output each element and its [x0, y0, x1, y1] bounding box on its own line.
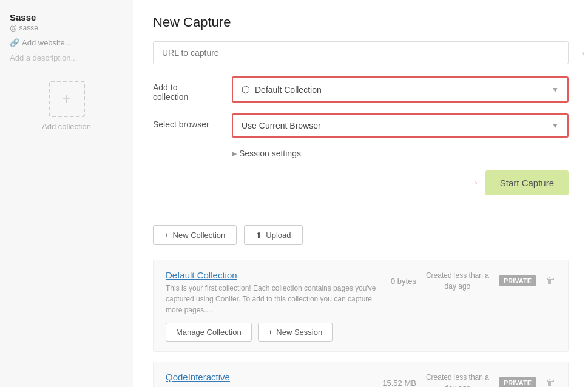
plus-icon-new-collection: + [164, 231, 169, 240]
browser-select-inner: Use Current Browser [242, 121, 321, 130]
start-capture-button[interactable]: Start Capture [485, 170, 569, 195]
url-input-row: ← [153, 41, 569, 64]
add-description-button[interactable]: Add a description... [10, 53, 123, 62]
session-settings-toggle[interactable]: ▶ Session settings [232, 149, 569, 158]
collection-badge-qode: PRIVATE [499, 377, 536, 387]
collection-name-qode[interactable]: QodeInteractive [166, 372, 382, 382]
plus-icon-session-default: + [268, 328, 273, 337]
collection-item-left-default: Default Collection This is your first co… [166, 270, 391, 315]
new-session-btn-default[interactable]: + New Session [258, 323, 333, 342]
collection-item-default: Default Collection This is your first co… [153, 260, 569, 352]
collection-actions-default: Manage Collection + New Session [166, 323, 556, 342]
select-browser-row: Select browser Use Current Browser ▼ [153, 113, 569, 138]
collection-item-right-default: 0 bytes Created less than aday ago PRIVA… [391, 270, 556, 292]
delete-icon-qode[interactable]: 🗑 [546, 377, 556, 387]
new-session-label-default: New Session [276, 328, 322, 337]
add-website-button[interactable]: 🔗 Add website... [10, 38, 123, 47]
start-capture-arrow-icon: → [468, 177, 479, 189]
add-to-collection-label: Add tocollection [153, 76, 232, 102]
action-buttons-row: + New Collection ⬆ Upload [153, 225, 569, 245]
chevron-down-icon-browser: ▼ [552, 121, 559, 130]
manage-collection-btn-default[interactable]: Manage Collection [166, 323, 252, 342]
chevron-down-icon: ▼ [552, 86, 559, 94]
collection-size-qode: 15.52 MB [382, 379, 416, 388]
add-collection-label: Add collection [42, 122, 91, 131]
upload-label: Upload [266, 231, 291, 240]
delete-icon-default[interactable]: 🗑 [546, 275, 556, 286]
select-browser-label: Select browser [153, 113, 232, 129]
manage-collection-label-default: Manage Collection [176, 328, 242, 337]
collection-date-default: Created less than aday ago [426, 270, 489, 292]
sidebar-user-sub: @ sasse [10, 24, 123, 32]
browser-select-wrap: Use Current Browser ▼ [232, 113, 569, 138]
sidebar-user-name: Sasse [10, 12, 123, 22]
collection-select-inner: ⬡ Default Collection [242, 84, 322, 95]
session-settings-label: Session settings [239, 149, 301, 158]
collection-selected-value: Default Collection [255, 85, 322, 95]
page-title: New Capture [153, 15, 569, 30]
add-collection-icon-box[interactable]: + [49, 81, 85, 117]
session-settings-row: ▶ Session settings [153, 149, 569, 158]
collections-list: Default Collection This is your first co… [153, 260, 569, 387]
main-content: New Capture ← Add tocollection ⬡ Default… [133, 0, 588, 387]
collection-desc-default: This is your first collection! Each coll… [166, 283, 384, 315]
collection-item-header-default: Default Collection This is your first co… [166, 270, 556, 315]
collection-icon: ⬡ [242, 84, 250, 95]
collection-item-header-qode: QodeInteractive 15.52 MB Created less th… [166, 372, 556, 387]
collection-select-wrap: ⬡ Default Collection ▼ [232, 76, 569, 103]
collection-badge-default: PRIVATE [499, 275, 536, 286]
collection-select[interactable]: ⬡ Default Collection ▼ [232, 76, 569, 103]
collection-size-default: 0 bytes [391, 277, 416, 286]
collection-item-right-qode: 15.52 MB Created less than aday ago PRIV… [382, 372, 556, 387]
collection-name-default[interactable]: Default Collection [166, 270, 391, 280]
sidebar: Sasse @ sasse 🔗 Add website... Add a des… [0, 0, 133, 387]
url-arrow-icon: ← [580, 47, 588, 59]
new-collection-label: New Collection [173, 231, 226, 240]
section-divider [153, 210, 569, 210]
start-capture-row: → Start Capture [153, 170, 569, 195]
collection-item-qode: QodeInteractive 15.52 MB Created less th… [153, 362, 569, 387]
plus-icon: + [62, 90, 70, 107]
upload-button[interactable]: ⬆ Upload [244, 225, 302, 245]
add-to-collection-row: Add tocollection ⬡ Default Collection ▼ [153, 76, 569, 103]
link-icon: 🔗 [10, 38, 19, 47]
new-collection-button[interactable]: + New Collection [153, 225, 237, 245]
url-input[interactable] [153, 41, 569, 64]
collection-item-left-qode: QodeInteractive [166, 372, 382, 382]
sidebar-add-collection: + Add collection [10, 81, 123, 131]
browser-select[interactable]: Use Current Browser ▼ [232, 113, 569, 138]
browser-selected-value: Use Current Browser [242, 121, 321, 130]
chevron-right-icon: ▶ [232, 150, 237, 158]
upload-icon: ⬆ [255, 231, 262, 240]
collection-date-qode: Created less than aday ago [426, 372, 489, 387]
